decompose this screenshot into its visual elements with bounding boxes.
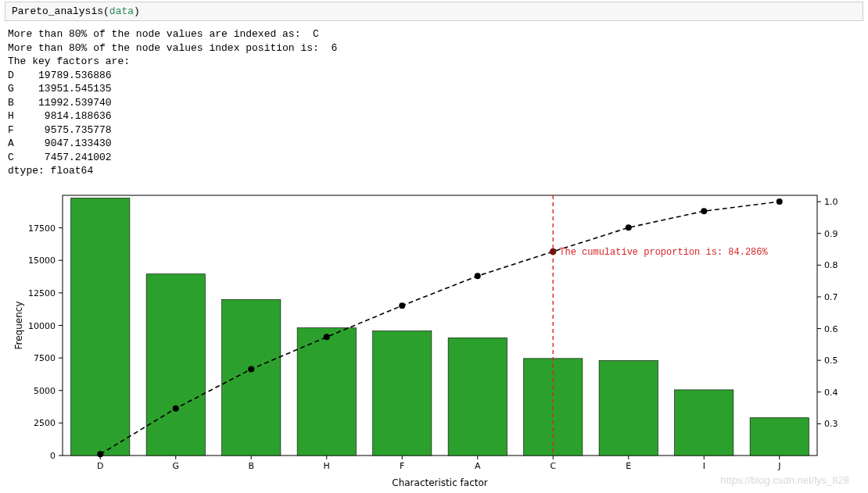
svg-text:2500: 2500 — [34, 418, 56, 428]
cumulative-marker — [626, 224, 632, 230]
paren-close: ) — [134, 5, 140, 17]
cumulative-marker — [173, 405, 179, 412]
factor-row: G 13951.545135 — [8, 83, 112, 95]
svg-text:0.3: 0.3 — [824, 419, 838, 429]
factor-row: D 19789.536886 — [8, 70, 112, 81]
bar — [222, 299, 281, 455]
svg-text:10000: 10000 — [28, 321, 56, 331]
cumulative-marker — [97, 451, 103, 457]
bar — [373, 331, 432, 455]
cumulative-marker — [475, 273, 481, 279]
x-axis-label: Characteristic factor — [392, 477, 488, 488]
cumulative-marker — [248, 366, 254, 372]
svg-text:J: J — [777, 461, 780, 471]
svg-text:G: G — [172, 461, 179, 471]
svg-text:0.7: 0.7 — [824, 292, 838, 302]
svg-text:A: A — [475, 461, 481, 471]
bar — [750, 418, 809, 455]
factor-row: F 9575.735778 — [8, 124, 112, 136]
cumulative-marker — [701, 208, 707, 214]
annotation-text: The cumulative proportion is: 84.286% — [559, 247, 768, 258]
stdout-output: More than 80% of the node values are ind… — [0, 27, 868, 183]
factor-row: B 11992.539740 — [8, 97, 112, 109]
svg-text:0: 0 — [50, 451, 56, 461]
dtype-line: dtype: float64 — [8, 165, 93, 177]
paren-open: ( — [103, 5, 109, 17]
code-fn: Pareto_analysis — [12, 5, 103, 17]
bar — [599, 360, 658, 455]
cumulative-marker — [777, 198, 783, 205]
svg-text:1.0: 1.0 — [824, 197, 838, 207]
bar — [71, 198, 130, 455]
svg-text:E: E — [626, 461, 631, 471]
svg-text:0.9: 0.9 — [824, 229, 838, 239]
out-line: More than 80% of the node values index p… — [8, 42, 337, 54]
out-line: More than 80% of the node values are ind… — [8, 28, 319, 40]
bar — [448, 338, 507, 455]
bar — [297, 328, 356, 455]
code-cell: Pareto_analysis(data) — [5, 2, 863, 21]
out-line: The key factors are: — [8, 55, 130, 67]
threshold-marker — [550, 248, 556, 255]
svg-text:0.8: 0.8 — [824, 260, 838, 270]
cumulative-marker — [324, 334, 330, 340]
svg-text:D: D — [97, 461, 103, 471]
svg-text:15000: 15000 — [28, 255, 56, 266]
svg-text:H: H — [324, 461, 330, 471]
code-arg: data — [109, 5, 134, 17]
svg-text:0.5: 0.5 — [824, 355, 838, 366]
svg-text:I: I — [703, 461, 705, 471]
factor-row: H 9814.188636 — [8, 110, 112, 122]
svg-text:C: C — [550, 461, 556, 471]
svg-text:B: B — [248, 461, 254, 471]
factor-row: A 9047.133430 — [8, 138, 112, 149]
bar — [146, 274, 205, 455]
svg-text:0.4: 0.4 — [824, 388, 838, 398]
bar — [675, 390, 733, 455]
factor-row: C 7457.241002 — [8, 152, 112, 163]
chart-svg: 0250050007500100001250015000175000.30.40… — [8, 186, 860, 491]
svg-text:0.6: 0.6 — [824, 324, 838, 334]
svg-text:5000: 5000 — [34, 386, 56, 396]
cumulative-marker — [399, 302, 405, 309]
svg-text:F: F — [400, 461, 404, 471]
svg-text:17500: 17500 — [28, 223, 56, 234]
y-axis-label: Frequency — [13, 302, 24, 350]
svg-text:7500: 7500 — [34, 353, 56, 363]
svg-text:12500: 12500 — [28, 288, 56, 298]
pareto-chart: 0250050007500100001250015000175000.30.40… — [8, 186, 860, 491]
